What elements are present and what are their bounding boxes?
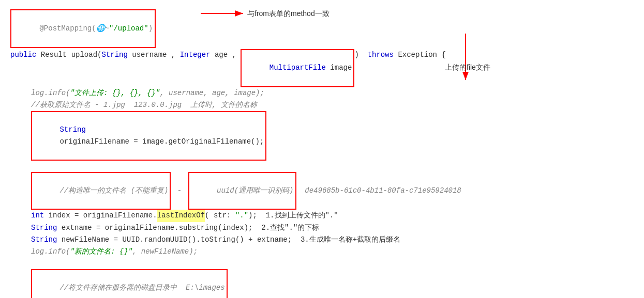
kw-throws: throws [368,49,398,61]
kw-string1: String [101,49,132,61]
param-username: username , [132,49,179,61]
close-paren: ) [148,24,153,33]
throws-part: ) [354,49,367,61]
original-filename-box: String originalFilename = image.getOrigi… [31,111,266,161]
log-info: log.info( [31,87,70,99]
line-10: String newFileName = UUID. randomUUID ()… [31,234,634,246]
line-11: log.info( "新的文件名: {}" , newFileName); [31,246,634,258]
kw-string2: String [59,126,90,134]
dot-string: "." [235,210,248,222]
multipartfile-box: MultipartFile image [241,49,354,87]
param-image: image [330,64,352,72]
line-7: //构造唯一的文件名 (不能重复) - uuid(通用唯一识别码) de4968… [31,172,634,210]
log-string-2: "新的文件名: {}" [70,246,132,258]
log-params-2: , newFileName); [132,246,198,258]
original-filename-code: originalFilename = image.getOriginalFile… [59,137,264,146]
line-4: //获取原始文件名 - 1.jpg 123.0.0.jpg 上传时, 文件的名称 [31,99,634,111]
line-8: int index = originalFilename. lastIndexO… [31,210,634,222]
method-upload: upload( [71,49,102,61]
to-string: ().toString() + extname; 3.生成唯一名称+截取的后缀名 [187,234,400,246]
kw-multipart: MultipartFile [269,64,331,72]
log-info-2: log.info( [31,246,70,258]
uuid-box: uuid(通用唯一识别码) [188,172,296,210]
index-params: ( str: [205,210,235,222]
line-2: public Result upload( String username , … [10,49,634,87]
line-6 [10,161,634,172]
log-params: , username, age, image); [160,87,264,99]
upload-string: "/upload" [109,24,148,33]
globe-icon: 🌐 [96,24,105,33]
line-13: //将文件存储在服务器的磁盘目录中 E:\images [31,269,634,298]
log-string: "文件上传: {}, {}, {}" [70,87,160,99]
line-1: @PostMapping(🌐~"/upload") [10,9,634,48]
uuid-example: de49685b-61c0-4b11-80fa-c71e95924018 [296,185,461,197]
dash: - [173,185,186,197]
param-age: age , [215,49,241,61]
last-index-of: lastIndexOf [157,210,205,222]
code-area: @PostMapping(🌐~"/upload") public Result … [0,0,644,298]
kw-string4: String [31,234,62,246]
tilde: ~ [105,24,109,33]
comment-unique-box: //构造唯一的文件名 (不能重复) [31,172,171,210]
kw-int: int [31,210,49,222]
annotation-text: @PostMapping( [39,24,96,33]
index-close: ); [248,210,266,222]
kw-integer: Integer [180,49,215,61]
uuid-comment: uuid(通用唯一识别码) [217,186,293,195]
result-type: Result [41,49,71,61]
comment-store-box: //将文件存储在服务器的磁盘目录中 E:\images [31,269,228,298]
line-5: String originalFilename = image.getOrigi… [31,111,634,161]
post-mapping-box: @PostMapping(🌐~"/upload") [10,9,156,48]
extname-code: extname = originalFilename.substring(ind… [62,222,319,234]
comment-store: //将文件存储在服务器的磁盘目录中 E:\images [59,284,224,292]
kw-public: public [10,49,41,61]
index-code: index = originalFilename. [49,210,157,222]
newfilename-code: newFileName = UUID. [62,234,144,246]
comment-8: 1.找到上传文件的"." [266,210,338,222]
line-9: String extname = originalFilename.substr… [31,222,634,234]
random-uuid: randomUUID [144,234,187,246]
line-12 [10,258,634,269]
comment-original: //获取原始文件名 - 1.jpg 123.0.0.jpg 上传时, 文件的名称 [31,99,257,111]
kw-string3: String [31,222,62,234]
line-3: log.info( "文件上传: {}, {}, {}" , username,… [31,87,634,99]
comment-unique: //构造唯一的文件名 (不能重复) [59,186,168,195]
exception-text: Exception { [398,49,445,61]
